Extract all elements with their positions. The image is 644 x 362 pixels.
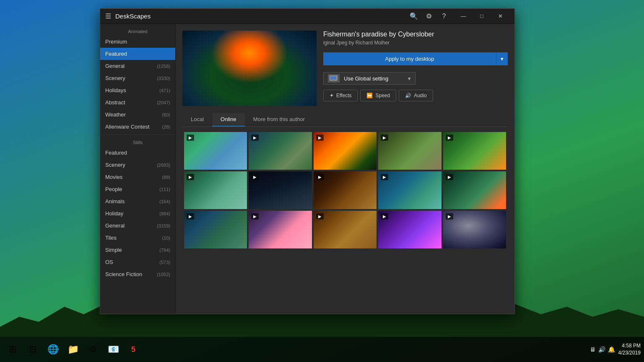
sidebar-item-os[interactable]: OS (573) xyxy=(100,256,175,268)
minimize-button[interactable]: — xyxy=(454,9,473,24)
sidebar-item-alienware[interactable]: Alienware Contest (28) xyxy=(100,121,175,133)
video-icon: ▶ xyxy=(316,134,324,141)
wallpaper-thumb[interactable]: ▶ xyxy=(249,211,312,248)
apply-dropdown-button[interactable]: ▾ xyxy=(496,52,508,65)
wallpaper-thumb[interactable]: ▶ xyxy=(314,132,377,170)
sidebar-item-count: (10) xyxy=(162,235,170,240)
sidebar-item-label: Science Fiction xyxy=(105,271,142,277)
maximize-button[interactable]: □ xyxy=(473,9,491,24)
edge-icon[interactable]: 🌐 xyxy=(44,340,62,359)
sidebar-item-count: (884) xyxy=(159,211,170,216)
title-bar: ☰ DeskScapes 🔍 ⚙ ? — □ ✕ xyxy=(100,9,514,24)
sidebar-item-featured-stills[interactable]: Featured xyxy=(100,147,175,159)
sidebar-item-count: (111) xyxy=(159,187,170,192)
sidebar-item-count: (3159) xyxy=(157,223,170,228)
task-view-button[interactable]: ⊟ xyxy=(23,340,42,359)
video-icon: ▶ xyxy=(446,134,453,141)
sidebar-item-label: Weather xyxy=(105,111,126,118)
monitor-select[interactable]: Use Global setting ▾ xyxy=(323,72,415,85)
tab-online[interactable]: Online xyxy=(212,113,245,127)
close-button[interactable]: ✕ xyxy=(491,9,509,24)
tab-more-from-author[interactable]: More from this author xyxy=(245,113,314,127)
notification-icon[interactable]: 🔔 xyxy=(608,346,615,353)
video-icon: ▶ xyxy=(251,213,259,220)
sidebar-item-people[interactable]: People (111) xyxy=(100,183,175,195)
sidebar-item-label: Featured xyxy=(105,150,127,156)
video-icon: ▶ xyxy=(251,174,259,180)
monitor-icon xyxy=(328,74,340,83)
sidebar-item-science-fiction[interactable]: Science Fiction (1052) xyxy=(100,268,175,280)
sidebar-item-scenery-animated[interactable]: Scenery (3330) xyxy=(100,72,175,84)
apply-button-group: Apply to my desktop ▾ xyxy=(323,52,508,65)
settings-taskbar-icon[interactable]: ⚙ xyxy=(84,340,102,359)
sidebar-item-animals[interactable]: Animals (164) xyxy=(100,195,175,207)
audio-button[interactable]: 🔊 Audio xyxy=(399,90,433,101)
sidebar-item-general-animated[interactable]: General (1258) xyxy=(100,60,175,72)
sidebar-item-scenery-stills[interactable]: Scenery (2693) xyxy=(100,159,175,171)
menu-icon[interactable]: ☰ xyxy=(105,12,111,20)
effects-icon: ✦ xyxy=(330,93,334,98)
mail-icon[interactable]: 📧 xyxy=(104,340,122,359)
speed-button[interactable]: ⏩ Speed xyxy=(360,90,396,101)
wallpaper-thumb[interactable]: ▶ xyxy=(443,211,506,248)
taskbar-right: 4:58 PM 4/23/2019 xyxy=(618,342,641,357)
window-controls: — □ ✕ xyxy=(454,9,509,24)
video-icon: ▶ xyxy=(381,174,388,180)
preview-image xyxy=(182,31,317,106)
video-icon: ▶ xyxy=(187,213,194,220)
app-window: ☰ DeskScapes 🔍 ⚙ ? — □ ✕ Animated Premiu… xyxy=(100,8,515,314)
sidebar-item-weather[interactable]: Weather (60) xyxy=(100,109,175,121)
taskbar-date-display: 4/23/2019 xyxy=(618,349,641,357)
start-button[interactable]: ⊞ xyxy=(3,340,22,359)
app5-icon[interactable]: 5 xyxy=(124,340,143,359)
effects-button[interactable]: ✦ Effects xyxy=(323,90,358,101)
wallpaper-thumb[interactable]: ▶ xyxy=(249,132,312,170)
wallpaper-thumb[interactable]: ▶ xyxy=(378,171,441,209)
preview-panel: Fisherman's paradise by Cyberslober igin… xyxy=(176,24,514,314)
sidebar-item-tiles[interactable]: Tiles (10) xyxy=(100,232,175,244)
title-bar-icons: 🔍 ⚙ ? xyxy=(407,10,451,23)
wallpaper-thumb[interactable]: ▶ xyxy=(249,171,312,209)
volume-icon[interactable]: 🔊 xyxy=(598,346,605,353)
file-explorer-icon[interactable]: 📁 xyxy=(64,340,82,359)
apply-button[interactable]: Apply to my desktop xyxy=(323,52,496,65)
wallpaper-thumb[interactable]: ▶ xyxy=(443,171,506,209)
wallpaper-thumb[interactable]: ▶ xyxy=(184,171,247,209)
sidebar: Animated Premium Featured General (1258)… xyxy=(100,24,176,314)
wallpaper-thumb[interactable]: ▶ xyxy=(184,211,247,248)
wallpaper-thumb[interactable]: ▶ xyxy=(378,132,441,170)
taskbar-clock[interactable]: 4:58 PM 4/23/2019 xyxy=(618,342,641,357)
sidebar-item-holidays[interactable]: Holidays (471) xyxy=(100,84,175,96)
taskbar-system-icons: 🖥 🔊 🔔 xyxy=(590,346,615,353)
sidebar-item-count: (88) xyxy=(162,175,170,180)
sidebar-item-label: Holidays xyxy=(105,87,126,93)
sidebar-item-holiday-stills[interactable]: Holiday (884) xyxy=(100,207,175,220)
sidebar-item-featured-animated[interactable]: Featured xyxy=(100,48,175,60)
sidebar-item-general-stills[interactable]: General (3159) xyxy=(100,220,175,232)
sidebar-item-count: (1052) xyxy=(157,272,170,277)
speed-icon: ⏩ xyxy=(366,93,373,98)
sidebar-item-premium[interactable]: Premium xyxy=(100,36,175,48)
audio-label: Audio xyxy=(414,93,427,98)
sidebar-item-count: (2047) xyxy=(157,100,170,105)
help-icon-btn[interactable]: ? xyxy=(437,10,451,23)
grid-scroll-area[interactable]: ▶ ▶ ▶ ▶ ▶ xyxy=(182,127,508,307)
sidebar-item-label: Premium xyxy=(105,39,127,45)
search-icon-btn[interactable]: 🔍 xyxy=(407,10,421,23)
sidebar-item-label: Featured xyxy=(105,51,127,57)
wallpaper-thumb[interactable]: ▶ xyxy=(443,132,506,170)
sidebar-item-label: Animals xyxy=(105,198,125,204)
video-icon: ▶ xyxy=(187,134,194,141)
preview-subtitle: iginal Jpeg by Richard Molher xyxy=(323,40,508,46)
sidebar-item-abstract[interactable]: Abstract (2047) xyxy=(100,96,175,109)
wallpaper-thumb[interactable]: ▶ xyxy=(184,132,247,170)
wallpaper-thumb[interactable]: ▶ xyxy=(314,211,377,248)
settings-icon-btn[interactable]: ⚙ xyxy=(422,10,436,23)
sidebar-item-simple[interactable]: Simple (794) xyxy=(100,244,175,256)
wallpaper-thumb[interactable]: ▶ xyxy=(378,211,441,248)
tab-local[interactable]: Local xyxy=(182,113,212,127)
taskbar: ⊞ ⊟ 🌐 📁 ⚙ 📧 5 🖥 🔊 🔔 4:58 PM 4/23/2019 xyxy=(0,337,644,362)
sidebar-item-count: (2693) xyxy=(157,163,170,168)
sidebar-item-movies[interactable]: Movies (88) xyxy=(100,171,175,183)
wallpaper-thumb[interactable]: ▶ xyxy=(314,171,377,209)
